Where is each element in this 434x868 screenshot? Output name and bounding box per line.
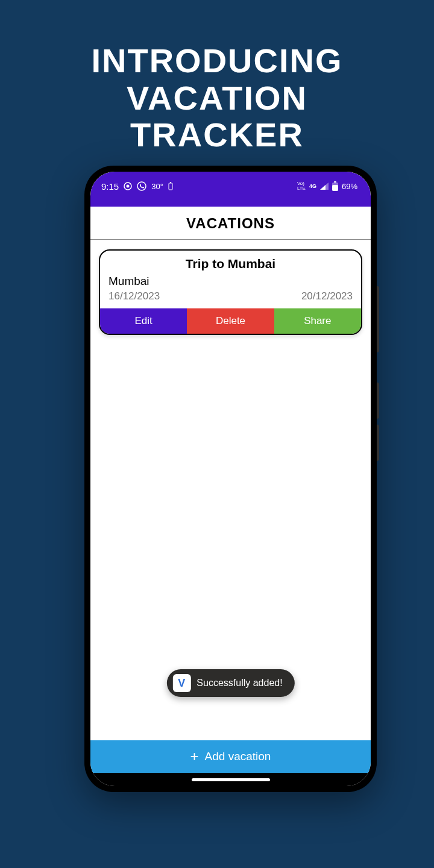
svg-rect-3 — [169, 183, 172, 190]
toast-app-icon: V — [172, 674, 190, 692]
promo-title-line1: Introducing Vacation — [24, 42, 410, 116]
whatsapp-icon — [137, 181, 146, 191]
vacation-card[interactable]: Trip to Mumbai Mumbai 16/12/2023 20/12/2… — [99, 249, 362, 335]
vacation-location: Mumbai — [108, 275, 353, 288]
network-4g-label: 4G — [309, 183, 316, 189]
phone-frame: 9:15 30° Vo) LTE 4G — [84, 166, 377, 792]
svg-point-2 — [137, 182, 146, 190]
phone-screen: 9:15 30° Vo) LTE 4G — [90, 172, 371, 786]
toast-notification: V Successfully added! — [166, 669, 294, 697]
vacation-card-title: Trip to Mumbai — [100, 251, 361, 275]
phone-side-button — [377, 425, 379, 461]
vacation-end-date: 20/12/2023 — [301, 290, 353, 302]
nav-pill — [192, 778, 270, 781]
svg-rect-6 — [332, 185, 338, 191]
status-right: Vo) LTE 4G 69% — [297, 181, 357, 191]
volte-icon: Vo) LTE — [297, 181, 306, 191]
content-area: Trip to Mumbai Mumbai 16/12/2023 20/12/2… — [90, 240, 371, 740]
record-icon — [124, 182, 132, 190]
svg-rect-4 — [170, 182, 171, 183]
phone-side-button — [377, 382, 379, 419]
status-temp: 30° — [151, 182, 163, 191]
plus-icon: + — [190, 749, 199, 764]
add-vacation-label: Add vacation — [205, 750, 271, 763]
status-left: 9:15 30° — [101, 181, 173, 192]
svg-point-1 — [127, 185, 130, 188]
battery-small-icon — [168, 182, 173, 190]
phone-side-button — [377, 286, 379, 352]
vacation-card-actions: Edit Delete Share — [100, 308, 361, 334]
add-vacation-button[interactable]: + Add vacation — [90, 740, 371, 773]
vacation-dates: 16/12/2023 20/12/2023 — [108, 290, 353, 302]
app-bar — [90, 201, 371, 207]
page-title-bar: VACATIONS — [90, 207, 371, 240]
promo-title-line2: Tracker — [24, 116, 410, 154]
svg-rect-7 — [334, 181, 336, 183]
system-nav-bar[interactable] — [90, 773, 371, 786]
page-title: VACATIONS — [90, 215, 371, 232]
share-button[interactable]: Share — [274, 308, 361, 334]
battery-icon — [332, 181, 338, 191]
vacation-card-body: Mumbai 16/12/2023 20/12/2023 — [100, 275, 361, 308]
delete-button[interactable]: Delete — [187, 308, 274, 334]
edit-button[interactable]: Edit — [100, 308, 187, 334]
promo-title: Introducing Vacation Tracker — [0, 0, 434, 154]
status-time: 9:15 — [101, 181, 119, 192]
vacation-start-date: 16/12/2023 — [108, 290, 160, 302]
toast-message: Successfully added! — [197, 678, 282, 688]
signal-icon — [320, 183, 329, 190]
status-bar: 9:15 30° Vo) LTE 4G — [90, 172, 371, 201]
battery-percent: 69% — [342, 182, 357, 191]
